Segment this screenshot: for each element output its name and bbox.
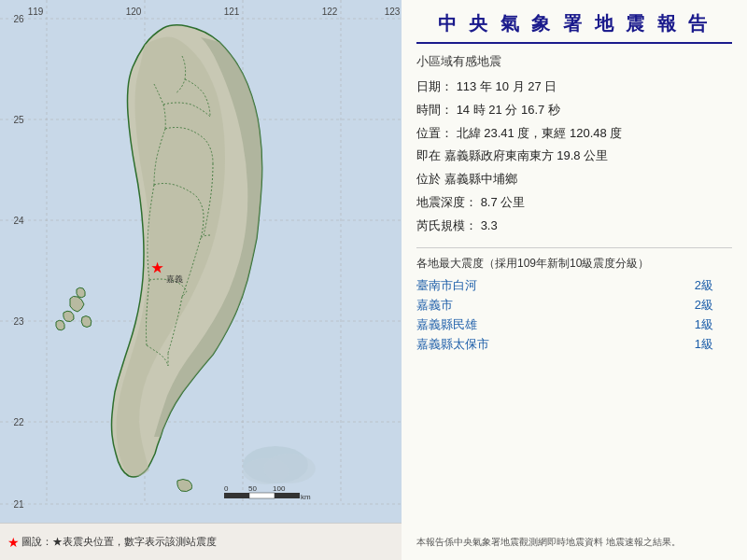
date-label: 日期： xyxy=(416,79,453,93)
intensity-row: 嘉義縣民雄1級 xyxy=(416,316,732,333)
map-container: 119 120 121 122 123 26 25 24 23 22 21 xyxy=(0,0,402,523)
near-value: 嘉義縣政府東南東方 19.8 公里 xyxy=(444,148,609,162)
intensity-level: 1級 xyxy=(695,336,713,353)
map-svg: 119 120 121 122 123 26 25 24 23 22 21 xyxy=(0,0,402,523)
svg-text:25: 25 xyxy=(13,115,24,125)
intensity-level: 2級 xyxy=(695,297,713,314)
intensity-level: 2級 xyxy=(695,277,713,294)
svg-text:50: 50 xyxy=(248,484,257,493)
svg-text:119: 119 xyxy=(28,7,44,17)
intensity-row: 嘉義縣太保市1級 xyxy=(416,336,732,353)
svg-text:km: km xyxy=(301,493,311,501)
at-row: 位於 嘉義縣中埔鄉 xyxy=(416,170,732,189)
quake-type: 小區域有感地震 xyxy=(416,53,732,70)
intensity-list: 臺南市白河2級嘉義市2級嘉義縣民雄1級嘉義縣太保市1級 xyxy=(416,277,732,356)
info-section: 中 央 氣 象 署 地 震 報 告 小區域有感地震 日期： 113 年 10 月… xyxy=(402,0,747,560)
near-label: 即在 xyxy=(416,148,441,162)
intensity-location: 嘉義市 xyxy=(416,297,453,314)
time-row: 時間： 14 時 21 分 16.7 秒 xyxy=(416,101,732,120)
intensity-location: 嘉義縣太保市 xyxy=(416,336,489,353)
svg-text:120: 120 xyxy=(126,7,142,17)
intensity-level: 1級 xyxy=(695,316,713,333)
near-row: 即在 嘉義縣政府東南東方 19.8 公里 xyxy=(416,147,732,166)
magnitude-value: 3.3 xyxy=(481,218,498,232)
svg-point-26 xyxy=(263,454,316,483)
legend-star: ★ xyxy=(7,535,20,550)
svg-text:24: 24 xyxy=(13,216,24,226)
svg-text:22: 22 xyxy=(13,417,24,427)
svg-text:21: 21 xyxy=(13,499,24,510)
depth-label: 地震深度： xyxy=(416,195,477,209)
intensity-title: 各地最大震度（採用109年新制10級震度分級） xyxy=(416,256,732,272)
location-row: 位置： 北緯 23.41 度，東經 120.48 度 xyxy=(416,124,732,144)
svg-text:121: 121 xyxy=(224,7,240,17)
date-value: 113 年 10 月 27 日 xyxy=(457,79,557,93)
location-label: 位置： xyxy=(416,126,453,140)
svg-text:嘉義: 嘉義 xyxy=(166,274,183,284)
intensity-location: 嘉義縣民雄 xyxy=(416,316,477,333)
svg-text:0: 0 xyxy=(224,484,229,493)
magnitude-label: 芮氏規模： xyxy=(416,218,477,232)
time-label: 時間： xyxy=(416,103,453,117)
intensity-row: 嘉義市2級 xyxy=(416,297,732,314)
svg-rect-28 xyxy=(249,493,275,498)
svg-text:100: 100 xyxy=(273,484,286,493)
svg-text:26: 26 xyxy=(13,14,24,24)
at-label: 位於 xyxy=(416,172,441,186)
depth-value: 8.7 公里 xyxy=(481,195,526,209)
location-value: 北緯 23.41 度，東經 120.48 度 xyxy=(457,126,623,140)
intensity-row: 臺南市白河2級 xyxy=(416,277,732,294)
section-divider xyxy=(416,247,732,248)
map-legend: ★ 圖說：★表震央位置，數字表示該測站震度 xyxy=(0,523,402,560)
time-value: 14 時 21 分 16.7 秒 xyxy=(457,103,560,117)
svg-rect-29 xyxy=(275,493,300,498)
date-row: 日期： 113 年 10 月 27 日 xyxy=(416,77,732,97)
depth-row: 地震深度： 8.7 公里 xyxy=(416,193,732,213)
svg-text:123: 123 xyxy=(385,7,401,17)
svg-text:122: 122 xyxy=(322,7,338,17)
at-value: 嘉義縣中埔鄉 xyxy=(444,172,517,186)
magnitude-row: 芮氏規模： 3.3 xyxy=(416,217,732,236)
report-title: 中 央 氣 象 署 地 震 報 告 xyxy=(416,11,732,44)
intensity-location: 臺南市白河 xyxy=(416,277,477,294)
svg-text:23: 23 xyxy=(13,316,24,327)
svg-rect-27 xyxy=(224,493,249,498)
footer-note: 本報告係中央氣象署地震觀測網即時地震資料 地震速報之結果。 xyxy=(416,535,732,549)
map-section: 119 120 121 122 123 26 25 24 23 22 21 xyxy=(0,0,402,560)
legend-text: 圖說：★表震央位置，數字表示該測站震度 xyxy=(21,535,217,549)
svg-text:★: ★ xyxy=(151,260,163,275)
